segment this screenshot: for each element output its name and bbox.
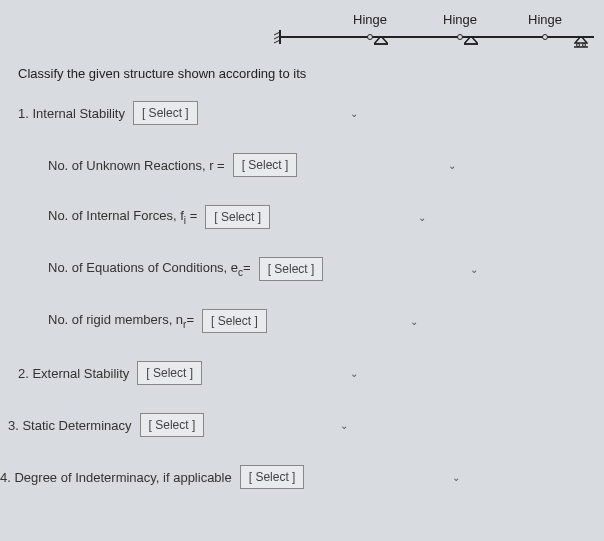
label-ec-pre: No. of Equations of Conditions, e — [48, 260, 238, 275]
hinge-label-3: Hinge — [528, 12, 562, 27]
chevron-down-icon[interactable]: ⌄ — [418, 212, 426, 223]
svg-marker-6 — [464, 36, 478, 44]
select-internal-stability[interactable]: [ Select ] — [133, 101, 198, 125]
row-internal-forces: No. of Internal Forces, fi = [ Select ] … — [48, 205, 426, 229]
pin-support-2 — [464, 36, 478, 46]
label-nr-pre: No. of rigid members, n — [48, 312, 183, 327]
chevron-down-icon[interactable]: ⌄ — [350, 368, 358, 379]
select-degree-indeterminacy[interactable]: [ Select ] — [240, 465, 305, 489]
pin-support-1 — [374, 36, 388, 46]
label-nr-post: = — [186, 312, 194, 327]
hinge-1 — [367, 34, 373, 40]
content-area: Classify the given structure shown accor… — [0, 46, 604, 489]
hinge-2 — [457, 34, 463, 40]
select-equations-conditions[interactable]: [ Select ] — [259, 257, 324, 281]
label-rigid-members: No. of rigid members, nr= — [48, 312, 194, 330]
chevron-down-icon[interactable]: ⌄ — [448, 160, 456, 171]
row-unknown-reactions: No. of Unknown Reactions, r = [ Select ]… — [48, 153, 456, 177]
row-external-stability: 2. External Stability [ Select ] ⌄ — [18, 361, 358, 385]
select-internal-forces[interactable]: [ Select ] — [205, 205, 270, 229]
row-equations-conditions: No. of Equations of Conditions, ec= [ Se… — [48, 257, 478, 281]
label-fi-pre: No. of Internal Forces, f — [48, 208, 184, 223]
page-container: Hinge Hinge Hinge — [0, 0, 604, 489]
svg-marker-4 — [374, 36, 388, 44]
chevron-down-icon[interactable]: ⌄ — [350, 108, 358, 119]
hinge-label-1: Hinge — [353, 12, 387, 27]
chevron-down-icon[interactable]: ⌄ — [470, 264, 478, 275]
label-unknown-reactions: No. of Unknown Reactions, r = — [48, 158, 225, 173]
row-static-determinacy: 3. Static Determinacy [ Select ] ⌄ — [8, 413, 348, 437]
chevron-down-icon[interactable]: ⌄ — [410, 316, 418, 327]
hinge-label-2: Hinge — [443, 12, 477, 27]
roller-support-right — [574, 36, 588, 48]
instruction-text: Classify the given structure shown accor… — [18, 66, 586, 81]
chevron-down-icon[interactable]: ⌄ — [452, 472, 460, 483]
row-degree-indeterminacy: 4. Degree of Indeterminacy, if applicabl… — [0, 465, 460, 489]
select-static-determinacy[interactable]: [ Select ] — [140, 413, 205, 437]
row-rigid-members: No. of rigid members, nr= [ Select ] ⌄ — [48, 309, 418, 333]
row-internal-stability: 1. Internal Stability [ Select ] ⌄ — [18, 101, 358, 125]
svg-point-9 — [577, 44, 580, 47]
label-ec-post: = — [243, 260, 251, 275]
select-external-stability[interactable]: [ Select ] — [137, 361, 202, 385]
label-equations-conditions: No. of Equations of Conditions, ec= — [48, 260, 251, 278]
select-rigid-members[interactable]: [ Select ] — [202, 309, 267, 333]
label-fi-post: = — [186, 208, 197, 223]
label-internal-stability: 1. Internal Stability — [18, 106, 125, 121]
structure-diagram: Hinge Hinge Hinge — [280, 0, 594, 46]
label-internal-forces: No. of Internal Forces, fi = — [48, 208, 197, 226]
svg-marker-8 — [575, 36, 587, 43]
hinge-3 — [542, 34, 548, 40]
label-degree-indeterminacy: 4. Degree of Indeterminacy, if applicabl… — [0, 470, 232, 485]
label-external-stability: 2. External Stability — [18, 366, 129, 381]
chevron-down-icon[interactable]: ⌄ — [340, 420, 348, 431]
select-unknown-reactions[interactable]: [ Select ] — [233, 153, 298, 177]
label-static-determinacy: 3. Static Determinacy — [8, 418, 132, 433]
svg-point-10 — [583, 44, 586, 47]
fixed-support-left — [272, 30, 284, 44]
